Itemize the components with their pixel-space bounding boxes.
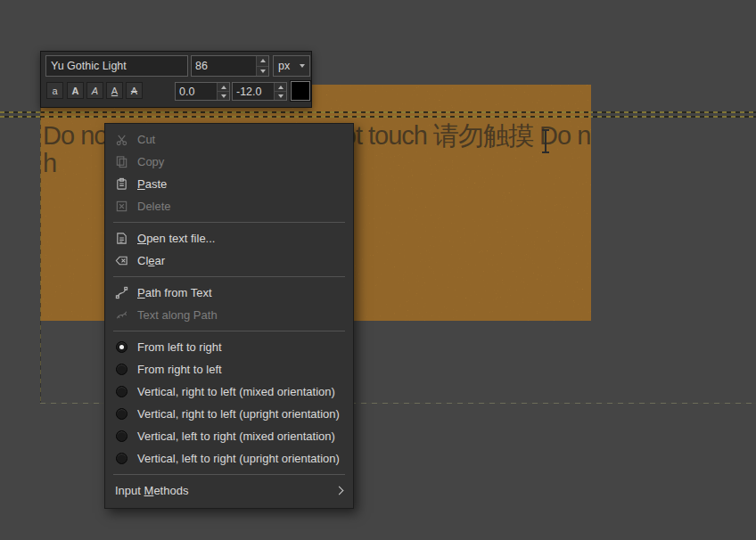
layer-boundary-line-top [0, 111, 756, 113]
bold-button[interactable]: A [67, 82, 84, 99]
menu-separator [113, 331, 345, 331]
radio-icon [116, 408, 127, 420]
menu-label: Path from Text [137, 286, 212, 299]
menu-item-direction-vertical-ltr-mixed[interactable]: Vertical, left to right (mixed orientati… [105, 425, 353, 447]
chevron-down-icon [300, 64, 305, 68]
radio-icon [116, 430, 127, 442]
radio-icon [116, 386, 127, 397]
baseline-stepper [175, 82, 230, 101]
spin-up-icon [278, 86, 284, 89]
menu-label: Paste [137, 177, 167, 191]
menu-item-direction-ltr[interactable]: From left to right [105, 336, 353, 358]
clear-style-button[interactable]: a [46, 82, 63, 99]
italic-button[interactable]: A [86, 82, 103, 99]
submenu-arrow-icon [335, 487, 344, 495]
menu-separator [113, 222, 345, 223]
menu-item-direction-rtl[interactable]: From right to left [105, 358, 353, 380]
menu-label: Input Methods [115, 484, 188, 497]
menu-label: From left to right [137, 340, 222, 354]
gimp-window: Do not touch 请勿触摸 Do not touch 请勿触摸 Do n… [0, 0, 756, 540]
spin-up-icon [221, 86, 226, 89]
backspace-clear-icon [114, 253, 129, 268]
baseline-spin-up-button[interactable] [218, 83, 229, 91]
menu-separator [113, 276, 345, 277]
menu-separator [113, 474, 345, 475]
kerning-spin-up-button[interactable] [275, 83, 286, 91]
strikethrough-button[interactable]: A [126, 82, 143, 99]
text-color-swatch[interactable] [291, 81, 310, 101]
menu-label: Cut [137, 133, 155, 146]
menu-label: Delete [137, 200, 171, 213]
spin-down-icon [260, 70, 266, 73]
kerning-spin-down-button[interactable] [275, 91, 286, 100]
size-spin-up-button[interactable] [257, 56, 268, 66]
text-style-row: a A A A A [41, 80, 313, 105]
canvas-text-line2: h [43, 149, 56, 178]
spin-down-icon [278, 94, 284, 98]
layer-boundary-line-left [40, 85, 41, 403]
size-spin-down-button[interactable] [257, 66, 268, 77]
kerning-stepper [232, 82, 287, 101]
unit-label: px [278, 60, 290, 72]
unit-dropdown[interactable]: px [273, 55, 310, 77]
menu-label: Vertical, left to right (mixed orientati… [137, 430, 335, 443]
menu-label: Vertical, right to left (mixed orientati… [137, 385, 335, 398]
font-size-stepper [191, 55, 269, 77]
menu-item-direction-vertical-ltr-upright[interactable]: Vertical, left to right (upright orienta… [105, 447, 353, 470]
menu-label: Open text file... [137, 232, 215, 245]
menu-item-paste[interactable]: Paste [105, 173, 353, 195]
menu-item-text-along-path[interactable]: Text along Path [105, 304, 353, 326]
menu-label: Copy [137, 155, 164, 168]
baseline-spin-down-button[interactable] [218, 91, 229, 100]
baseline-input[interactable] [176, 83, 217, 100]
radio-icon [116, 364, 127, 375]
font-size-input[interactable] [192, 56, 256, 76]
text-cursor [545, 129, 546, 153]
radio-icon [116, 453, 127, 464]
clipboard-icon [114, 176, 129, 192]
menu-item-open-text-file[interactable]: Open text file... [105, 227, 353, 250]
text-tool-editor: px a A A A A [40, 51, 312, 108]
copy-icon [114, 154, 129, 169]
text-context-menu: Cut Copy Paste Delete Open text fi [104, 123, 354, 509]
menu-item-clear[interactable]: Clear [105, 250, 353, 272]
menu-item-path-from-text[interactable]: Path from Text [105, 282, 353, 304]
spin-down-icon [221, 94, 226, 98]
kerning-input[interactable] [233, 83, 274, 100]
menu-label: Text along Path [137, 308, 218, 322]
menu-item-delete[interactable]: Delete [105, 195, 353, 217]
menu-item-direction-vertical-rtl-mixed[interactable]: Vertical, right to left (mixed orientati… [105, 380, 353, 403]
radio-icon [116, 341, 127, 353]
scissors-icon [114, 132, 129, 147]
menu-item-copy[interactable]: Copy [105, 151, 353, 173]
menu-label: Clear [137, 254, 165, 267]
font-name-input[interactable] [45, 55, 188, 77]
path-icon [114, 285, 129, 300]
menu-label: From right to left [137, 363, 222, 376]
open-file-icon [114, 231, 129, 246]
layer-boundary-line-bottom [0, 116, 756, 118]
menu-item-input-methods[interactable]: Input Methods [105, 479, 353, 502]
underline-button[interactable]: A [106, 82, 123, 99]
text-along-path-icon [114, 307, 129, 323]
menu-item-direction-vertical-rtl-upright[interactable]: Vertical, right to left (upright orienta… [105, 403, 353, 425]
spin-up-icon [260, 59, 266, 62]
menu-label: Vertical, left to right (upright orienta… [137, 452, 340, 465]
delete-icon [114, 199, 129, 214]
menu-item-cut[interactable]: Cut [105, 128, 353, 151]
menu-label: Vertical, right to left (upright orienta… [137, 407, 340, 421]
